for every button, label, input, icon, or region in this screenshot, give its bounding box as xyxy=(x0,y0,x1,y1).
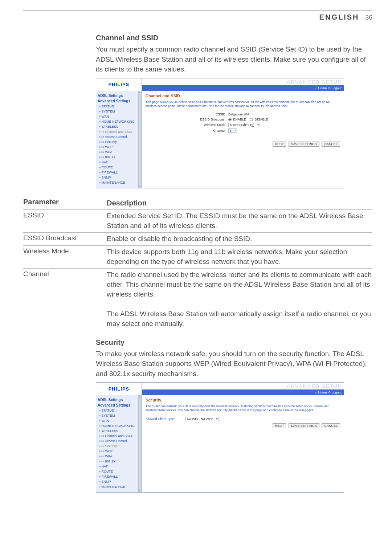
sidebar-item-wep[interactable]: »»» WEP xyxy=(98,449,141,454)
banner-title: ADVANCED SETUP xyxy=(286,383,342,389)
sidebar-item-channel-ssid[interactable]: »»» Channel and SSID xyxy=(98,129,141,134)
param-row-mode-r: This device supports both 11g and 11b wi… xyxy=(107,246,372,268)
banner: ADVANCED SETUP ⌂ Home ⟲ Logout xyxy=(142,78,344,91)
sidebar-item-wep[interactable]: »»» WEP xyxy=(98,144,141,150)
section-title-channel-ssid: Channel and SSID xyxy=(96,34,372,42)
home-logout-links[interactable]: ⌂ Home ⟲ Logout xyxy=(315,391,342,394)
param-header-right: Description xyxy=(107,196,372,209)
sidebar-item-security[interactable]: »»» Security xyxy=(98,139,141,144)
sidebar-item-system[interactable]: » SYSTEM xyxy=(98,413,141,418)
sidebar-item-home-networking[interactable]: » HOME NETWORKING xyxy=(98,119,141,124)
help-button[interactable]: HELP xyxy=(273,423,286,428)
panel-title: Channel and SSID xyxy=(146,94,340,98)
home-logout-links[interactable]: ⌂ Home ⟲ Logout xyxy=(315,86,342,90)
sidebar-item-channel-ssid[interactable]: »»» Channel and SSID xyxy=(98,433,141,438)
param-row-essid-r: Extended Service Set ID. The ESSID must … xyxy=(107,210,372,232)
sidebar-item-system[interactable]: » SYSTEM xyxy=(98,109,141,114)
param-row-essid-l: ESSID xyxy=(23,210,107,232)
screenshot-main: Channel and SSID This page allows you to… xyxy=(142,91,344,188)
param-row-bcast-l: ESSID Broadcast xyxy=(23,233,107,245)
sidebar-heading-advanced[interactable]: Advanced Settings xyxy=(98,403,141,407)
sidebar-heading-adsl[interactable]: ADSL Settings xyxy=(98,398,141,402)
sidebar-item-8021x[interactable]: »»» 802.1X xyxy=(98,155,141,160)
panel-description: The router can transmit your data secure… xyxy=(146,404,340,412)
sidebar-item-snmp[interactable]: » SNMP xyxy=(98,175,141,180)
sidebar-item-maintenance[interactable]: » MAINTENANCE xyxy=(98,484,141,489)
radio-disable[interactable] xyxy=(250,118,253,121)
screenshot-security: PHILIPS ADVANCED SETUP ⌂ Home ⟲ Logout A… xyxy=(96,382,344,493)
sidebar-item-nat[interactable]: » NAT xyxy=(98,464,141,469)
help-button[interactable]: HELP xyxy=(273,142,286,147)
sidebar-scrollbar[interactable] xyxy=(138,91,142,188)
channel-select[interactable]: 6 xyxy=(228,128,237,133)
param-row-channel-l: Channel xyxy=(23,269,107,330)
cancel-button[interactable]: CANCEL xyxy=(322,142,340,147)
param-row-channel-r: The radio channel used by the wireless r… xyxy=(107,269,372,330)
sidebar-item-wan[interactable]: » WAN xyxy=(98,418,141,423)
sidebar-item-wpa[interactable]: »»» WPA xyxy=(98,454,141,459)
radio-enable[interactable] xyxy=(228,118,232,121)
sidebar-item-status[interactable]: » STATUS xyxy=(98,408,141,413)
essid-broadcast-label: ESSID Broadcast xyxy=(146,118,228,121)
sidebar-item-security[interactable]: »»» Security xyxy=(98,444,141,449)
allowed-client-type-label: Allowed Client Type: xyxy=(146,417,185,421)
panel-title: Security xyxy=(146,398,340,402)
sidebar-item-firewall[interactable]: » FIREWALL xyxy=(98,170,141,175)
logo-philips: PHILIPS xyxy=(96,78,142,91)
sidebar-item-access-control[interactable]: »»» Access Control xyxy=(98,134,141,139)
panel-description: This page allows you to define SSID and … xyxy=(146,100,340,108)
logo-philips: PHILIPS xyxy=(96,383,142,395)
sidebar-heading-adsl[interactable]: ADSL Settings xyxy=(98,94,141,98)
sidebar-item-access-control[interactable]: »»» Access Control xyxy=(98,438,141,444)
sidebar-heading-advanced[interactable]: Advanced Settings xyxy=(98,99,141,103)
sidebar-item-snmp[interactable]: » SNMP xyxy=(98,479,141,484)
sidebar-item-route[interactable]: » ROUTE xyxy=(98,165,141,170)
sidebar-item-nat[interactable]: » NAT xyxy=(98,160,141,165)
sidebar-item-maintenance[interactable]: » MAINTENANCE xyxy=(98,180,141,185)
screenshot-channel-ssid: PHILIPS ADVANCED SETUP ⌂ Home ⟲ Logout A… xyxy=(96,78,344,188)
sidebar-item-wireless[interactable]: » WIRELESS xyxy=(98,428,141,433)
sidebar-item-8021x[interactable]: »»» 802.1X xyxy=(98,459,141,464)
sidebar: ADSL Settings Advanced Settings » STATUS… xyxy=(96,91,142,188)
radio-enable-label: ENABLE xyxy=(233,118,246,121)
sidebar-scrollbar[interactable] xyxy=(138,395,142,492)
save-settings-button[interactable]: SAVE SETTINGS xyxy=(289,142,319,147)
page-header: ENGLISH 36 xyxy=(23,13,372,21)
sidebar-item-wireless[interactable]: » WIRELESS xyxy=(98,124,141,129)
sidebar-item-firewall[interactable]: » FIREWALL xyxy=(98,474,141,479)
wireless-mode-label: Wireless Mode xyxy=(146,123,228,127)
sidebar-item-home-networking[interactable]: » HOME NETWORKING xyxy=(98,423,141,428)
screenshot-main: Security The router can transmit your da… xyxy=(142,395,344,492)
section-title-security: Security xyxy=(96,338,372,347)
save-settings-button[interactable]: SAVE SETTINGS xyxy=(289,423,319,428)
cancel-button[interactable]: CANCEL xyxy=(322,423,340,428)
essid-value[interactable]: Belgacom WiFi xyxy=(228,113,250,116)
sidebar: ADSL Settings Advanced Settings » STATUS… xyxy=(96,395,142,492)
sidebar-item-wpa[interactable]: »»» WPA xyxy=(98,150,141,155)
sidebar-item-wan[interactable]: » WAN xyxy=(98,114,141,119)
banner: ADVANCED SETUP ⌂ Home ⟲ Logout xyxy=(142,383,344,395)
channel-label: Channel xyxy=(146,129,228,132)
header-page-number: 36 xyxy=(365,14,372,21)
banner-title: ADVANCED SETUP xyxy=(286,79,342,85)
parameter-table: Parameter Description ESSID Extended Ser… xyxy=(23,196,372,330)
top-rule xyxy=(23,10,372,11)
param-header-left: Parameter xyxy=(23,196,107,209)
param-row-bcast-r: Enable or disable the broadcasting of th… xyxy=(107,233,372,245)
radio-disable-label: DISABLE xyxy=(255,118,269,121)
header-language: ENGLISH xyxy=(319,13,359,21)
wireless-mode-select[interactable]: Mixed (11b+11g) xyxy=(228,123,260,127)
sidebar-item-route[interactable]: » ROUTE xyxy=(98,469,141,474)
sidebar-item-status[interactable]: » STATUS xyxy=(98,104,141,109)
param-row-mode-l: Wireless Mode xyxy=(23,246,107,268)
section1-paragraph: You must specify a common radio channel … xyxy=(96,44,372,74)
section2-paragraph: To make your wireless network safe, you … xyxy=(96,349,372,379)
essid-label: ESSID xyxy=(146,113,228,116)
allowed-client-type-select[interactable]: No WEP, No WPA xyxy=(185,417,219,421)
